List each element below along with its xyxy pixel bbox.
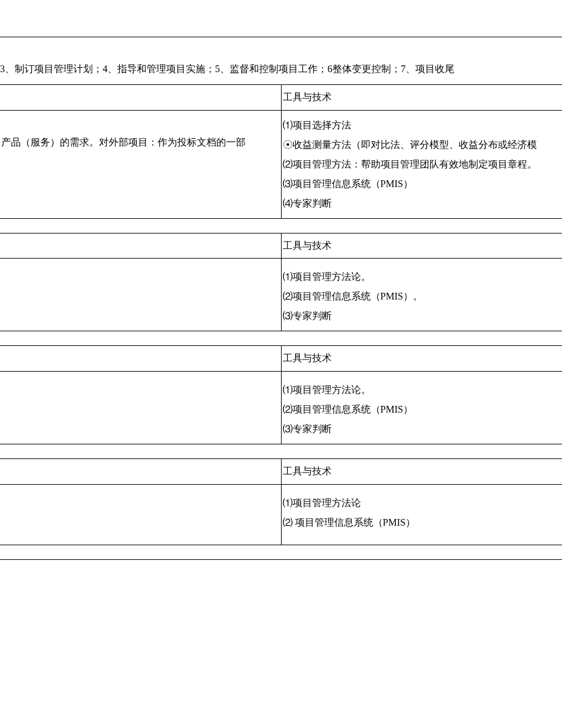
section-2-body: ⑴项目管理方法论。 ⑵项目管理信息系统（PMIS）。 ⑶专家判断 <box>281 259 562 331</box>
section-1-underline <box>0 218 562 233</box>
blank-row-top <box>0 0 562 37</box>
intro-text: 3、制订项目管理计划；4、指导和管理项目实施；5、监督和控制项目工作；6整体变更… <box>0 58 562 84</box>
column-header-3: 工具与技术 <box>281 346 562 372</box>
column-header-4: 工具与技术 <box>281 459 562 485</box>
section-3-underline <box>0 444 562 459</box>
section-4-body: ⑴项目管理方法论 ⑵ 项目管理信息系统（PMIS） <box>281 484 562 545</box>
section-1-content: 产品（服务）的需求。对外部项目：作为投标文档的一部 ⑴项目选择方法 ☉收益测量方… <box>0 110 562 218</box>
intro-row: 3、制订项目管理计划；4、指导和管理项目实施；5、监督和控制项目工作；6整体变更… <box>0 58 562 84</box>
section-2-header: 工具与技术 <box>0 233 562 259</box>
section-3-body: ⑴项目管理方法论。 ⑵项目管理信息系统（PMIS） ⑶专家判断 <box>281 372 562 444</box>
section-4-underline <box>0 545 562 559</box>
column-header-2: 工具与技术 <box>281 233 562 259</box>
section-1-body: ⑴项目选择方法 ☉收益测量方法（即对比法、评分模型、收益分布或经济模 ⑵项目管理… <box>281 110 562 218</box>
section-3-content: ⑴项目管理方法论。 ⑵项目管理信息系统（PMIS） ⑶专家判断 <box>0 372 562 444</box>
spacer <box>0 37 562 58</box>
section-4-content: ⑴项目管理方法论 ⑵ 项目管理信息系统（PMIS） <box>0 484 562 545</box>
section-1-header: 工具与技术 <box>0 84 562 110</box>
section-2-content: ⑴项目管理方法论。 ⑵项目管理信息系统（PMIS）。 ⑶专家判断 <box>0 259 562 331</box>
section-2-underline <box>0 331 562 346</box>
section-3-header: 工具与技术 <box>0 346 562 372</box>
document-table: 3、制订项目管理计划；4、指导和管理项目实施；5、监督和控制项目工作；6整体变更… <box>0 0 562 560</box>
column-header-1: 工具与技术 <box>281 84 562 110</box>
left-text-1: 产品（服务）的需求。对外部项目：作为投标文档的一部 <box>0 110 281 218</box>
section-4-header: 工具与技术 <box>0 459 562 485</box>
